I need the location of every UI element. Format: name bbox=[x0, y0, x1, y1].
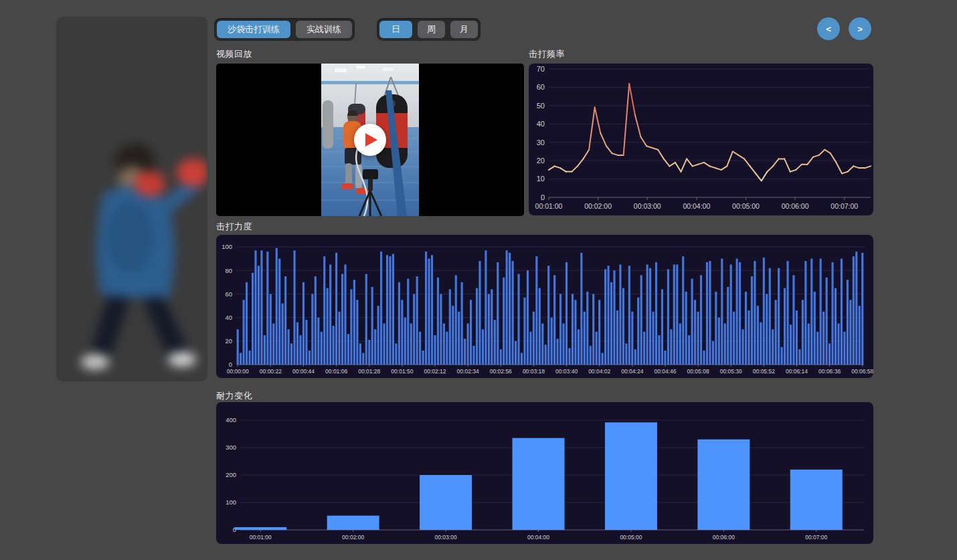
force-chart-panel: 02040608010000:00:0000:00:2200:00:4400:0… bbox=[216, 235, 873, 378]
svg-text:00:05:00: 00:05:00 bbox=[732, 202, 760, 210]
svg-text:20: 20 bbox=[225, 337, 232, 345]
athlete-blurred-photo bbox=[56, 17, 207, 381]
frequency-chart-panel: 01020304050607000:01:0000:02:0000:03:000… bbox=[529, 64, 873, 215]
tab-sparring-training[interactable]: 实战训练 bbox=[296, 21, 352, 38]
svg-text:00:04:24: 00:04:24 bbox=[621, 368, 643, 375]
svg-text:80: 80 bbox=[225, 267, 232, 274]
athlete-photo-panel bbox=[56, 17, 207, 381]
svg-text:00:00:22: 00:00:22 bbox=[260, 368, 282, 375]
svg-text:30: 30 bbox=[537, 138, 545, 147]
svg-text:00:04:02: 00:04:02 bbox=[588, 368, 610, 375]
svg-text:00:06:00: 00:06:00 bbox=[782, 202, 809, 210]
svg-text:00:01:06: 00:01:06 bbox=[325, 368, 347, 375]
endurance-chart: 010020030040000:01:0000:02:0000:03:0000:… bbox=[216, 402, 873, 544]
video-section-title: 视频回放 bbox=[216, 48, 252, 60]
video-player[interactable] bbox=[216, 64, 524, 216]
svg-text:00:01:00: 00:01:00 bbox=[250, 534, 272, 541]
svg-text:00:03:40: 00:03:40 bbox=[555, 368, 578, 375]
endurance-chart-panel: 010020030040000:01:0000:02:0000:03:0000:… bbox=[216, 402, 873, 544]
svg-text:00:05:08: 00:05:08 bbox=[687, 368, 709, 375]
svg-text:00:01:28: 00:01:28 bbox=[358, 368, 380, 375]
force-chart: 02040608010000:00:0000:00:2200:00:4400:0… bbox=[216, 235, 873, 378]
svg-text:00:00:44: 00:00:44 bbox=[292, 368, 315, 375]
svg-text:00:05:00: 00:05:00 bbox=[620, 534, 642, 541]
svg-text:0: 0 bbox=[229, 361, 232, 368]
svg-text:0: 0 bbox=[541, 193, 545, 201]
svg-text:00:04:46: 00:04:46 bbox=[654, 368, 676, 375]
svg-text:60: 60 bbox=[537, 83, 545, 91]
tab-week[interactable]: 周 bbox=[418, 21, 445, 38]
svg-text:00:05:30: 00:05:30 bbox=[720, 368, 742, 375]
svg-text:00:02:00: 00:02:00 bbox=[342, 534, 364, 541]
svg-text:00:03:00: 00:03:00 bbox=[435, 534, 457, 541]
svg-text:00:00:00: 00:00:00 bbox=[227, 368, 249, 375]
svg-text:50: 50 bbox=[537, 102, 545, 110]
svg-text:00:03:18: 00:03:18 bbox=[523, 368, 545, 375]
svg-text:10: 10 bbox=[537, 175, 545, 183]
svg-text:00:01:50: 00:01:50 bbox=[391, 368, 413, 375]
svg-text:00:01:00: 00:01:00 bbox=[535, 202, 563, 210]
tab-day[interactable]: 日 bbox=[379, 21, 412, 38]
svg-text:40: 40 bbox=[537, 120, 545, 128]
svg-text:00:06:58: 00:06:58 bbox=[851, 368, 873, 375]
tab-sandbag-training[interactable]: 沙袋击打训练 bbox=[217, 21, 290, 38]
svg-text:60: 60 bbox=[225, 290, 232, 298]
svg-text:00:07:00: 00:07:00 bbox=[831, 202, 858, 210]
svg-text:40: 40 bbox=[225, 314, 232, 321]
svg-text:00:02:00: 00:02:00 bbox=[584, 202, 612, 210]
svg-text:00:06:36: 00:06:36 bbox=[818, 368, 841, 375]
svg-text:300: 300 bbox=[226, 444, 236, 451]
svg-text:00:03:00: 00:03:00 bbox=[634, 202, 661, 210]
endurance-section-title: 耐力变化 bbox=[216, 390, 252, 402]
svg-text:200: 200 bbox=[226, 471, 236, 478]
force-section-title: 击打力度 bbox=[216, 221, 252, 233]
svg-text:00:07:00: 00:07:00 bbox=[805, 534, 827, 541]
svg-text:400: 400 bbox=[226, 416, 236, 424]
svg-text:00:06:00: 00:06:00 bbox=[713, 534, 735, 541]
svg-text:00:06:14: 00:06:14 bbox=[786, 368, 808, 375]
svg-text:00:02:34: 00:02:34 bbox=[457, 368, 479, 375]
svg-text:00:04:00: 00:04:00 bbox=[683, 202, 710, 210]
period-group: 日 周 月 bbox=[377, 18, 481, 41]
svg-text:100: 100 bbox=[222, 243, 232, 250]
training-mode-group: 沙袋击打训练 实战训练 bbox=[214, 18, 355, 41]
svg-text:00:02:12: 00:02:12 bbox=[424, 368, 446, 375]
frequency-section-title: 击打频率 bbox=[529, 48, 565, 60]
prev-button[interactable]: < bbox=[817, 17, 840, 40]
svg-text:00:04:00: 00:04:00 bbox=[527, 534, 549, 541]
play-icon bbox=[364, 132, 379, 148]
tab-month[interactable]: 月 bbox=[450, 21, 478, 38]
svg-text:00:02:56: 00:02:56 bbox=[490, 368, 512, 375]
svg-text:20: 20 bbox=[537, 157, 545, 165]
svg-text:00:05:52: 00:05:52 bbox=[753, 368, 775, 375]
svg-text:100: 100 bbox=[226, 498, 236, 506]
next-button[interactable]: > bbox=[849, 17, 871, 40]
play-button[interactable] bbox=[354, 124, 386, 156]
frequency-chart: 01020304050607000:01:0000:02:0000:03:000… bbox=[529, 64, 873, 215]
svg-text:70: 70 bbox=[537, 65, 545, 73]
